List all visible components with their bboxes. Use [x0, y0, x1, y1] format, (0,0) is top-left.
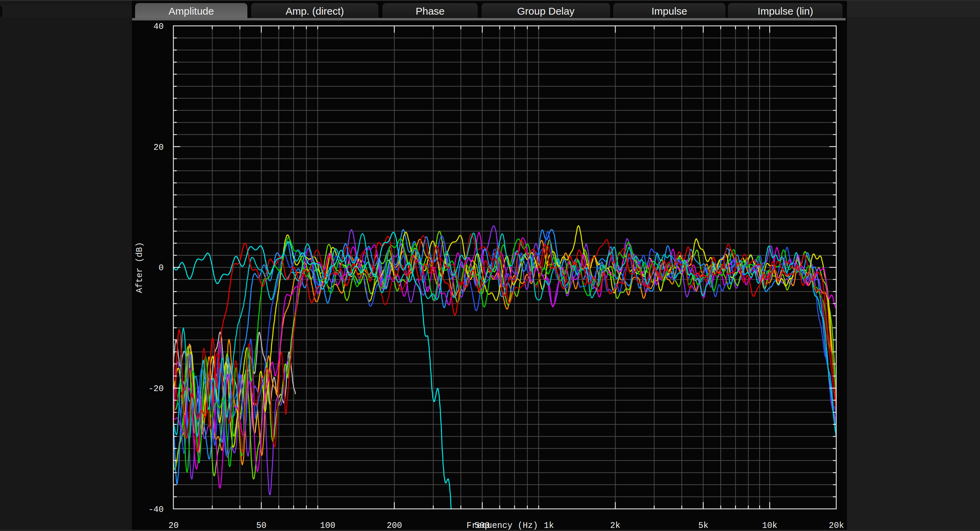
- svg-text:Phase: Phase: [415, 5, 444, 17]
- svg-text:10k: 10k: [762, 521, 777, 531]
- svg-text:20: 20: [169, 521, 179, 531]
- svg-text:200: 200: [387, 521, 402, 531]
- svg-text:Group Delay: Group Delay: [517, 5, 574, 17]
- svg-text:Impulse (lin): Impulse (lin): [757, 5, 813, 17]
- svg-text:-40: -40: [148, 505, 164, 515]
- svg-text:Amplitude: Amplitude: [169, 5, 214, 17]
- svg-text:40: 40: [153, 22, 164, 32]
- svg-text:0: 0: [159, 263, 164, 273]
- svg-text:1k: 1k: [544, 521, 554, 531]
- svg-text:2k: 2k: [610, 521, 620, 531]
- svg-text:Impulse: Impulse: [651, 5, 687, 17]
- svg-text:50: 50: [256, 521, 266, 531]
- svg-text:Amp. (direct): Amp. (direct): [285, 5, 344, 17]
- svg-text:Frequency (Hz): Frequency (Hz): [466, 521, 538, 531]
- svg-text:After (dB): After (dB): [135, 242, 145, 293]
- svg-text:20: 20: [153, 143, 164, 153]
- svg-text:5k: 5k: [698, 521, 708, 531]
- svg-text:100: 100: [320, 521, 335, 531]
- svg-text:-20: -20: [148, 384, 164, 394]
- svg-text:20k: 20k: [829, 521, 844, 531]
